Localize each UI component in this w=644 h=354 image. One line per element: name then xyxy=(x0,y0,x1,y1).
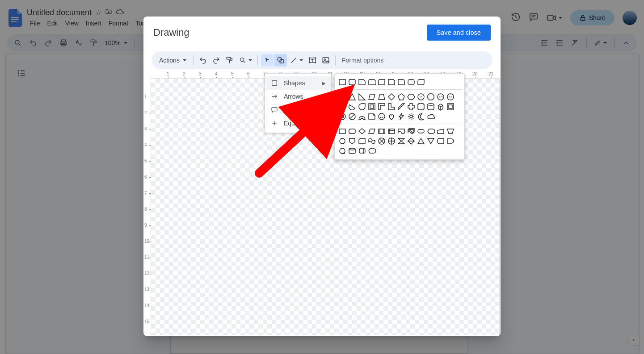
shape-lightning[interactable] xyxy=(397,112,405,121)
shape-round-2[interactable] xyxy=(407,78,415,86)
shape-internal[interactable] xyxy=(387,127,396,135)
shape-seq-store[interactable] xyxy=(338,147,346,155)
shape-diag-stripe[interactable] xyxy=(397,103,405,111)
shape-process[interactable] xyxy=(338,127,346,135)
shape-summing[interactable] xyxy=(378,137,386,145)
shape-round-1[interactable] xyxy=(397,78,405,86)
format-options-button[interactable]: Format options xyxy=(342,57,383,64)
shape-hexagon[interactable] xyxy=(407,93,415,101)
shape-teardrop[interactable] xyxy=(358,103,366,111)
shape-trapezoid[interactable] xyxy=(378,93,386,101)
shape-card[interactable] xyxy=(358,137,366,145)
shape-cross[interactable] xyxy=(407,103,415,111)
shape-cloud[interactable] xyxy=(427,112,435,121)
shape-pentagon[interactable] xyxy=(397,93,405,101)
ruler-tick: 12 xyxy=(144,271,151,276)
shape-off-page[interactable] xyxy=(348,137,356,145)
shape-tool-button[interactable] xyxy=(274,54,287,67)
shape-pie[interactable] xyxy=(338,103,346,111)
menu-item-shapes[interactable]: Shapes ▶ xyxy=(265,76,331,90)
shape-sun[interactable] xyxy=(407,112,415,121)
shape-heart[interactable] xyxy=(387,112,396,121)
shape-l-shape[interactable] xyxy=(387,103,396,111)
select-tool-button[interactable] xyxy=(261,54,274,67)
shape-circle[interactable] xyxy=(338,93,346,101)
paint-format-icon[interactable] xyxy=(223,54,236,67)
shape-half-frame[interactable] xyxy=(378,103,386,111)
shape-multi-doc[interactable] xyxy=(407,127,415,135)
shape-can[interactable] xyxy=(427,103,435,111)
shape-store[interactable] xyxy=(437,137,445,145)
shape-frame[interactable] xyxy=(368,103,376,111)
svg-rect-27 xyxy=(339,79,345,85)
shape-delay[interactable] xyxy=(446,137,455,145)
shape-heptagon[interactable]: 7 xyxy=(417,93,425,101)
shape-predef[interactable] xyxy=(378,127,386,135)
shape-direct[interactable] xyxy=(358,147,366,155)
ruler-tick: 20 xyxy=(472,71,477,76)
actions-menu-button[interactable]: Actions xyxy=(156,54,190,67)
svg-point-45 xyxy=(379,113,385,120)
shape-tape[interactable] xyxy=(368,137,376,145)
shape-data[interactable] xyxy=(368,127,376,135)
image-tool-button[interactable] xyxy=(320,54,332,67)
shape-block-arc[interactable] xyxy=(358,112,366,121)
shape-snip-round[interactable] xyxy=(387,78,396,86)
shape-fold[interactable] xyxy=(368,112,376,121)
shape-chord[interactable] xyxy=(348,103,356,111)
shape-manual-op[interactable] xyxy=(446,127,455,135)
shape-or[interactable] xyxy=(387,137,396,145)
svg-rect-26 xyxy=(272,108,277,111)
line-tool-button[interactable] xyxy=(288,54,305,67)
shape-rt-triangle[interactable] xyxy=(358,93,366,101)
shape-rect[interactable] xyxy=(338,78,346,86)
redo-icon[interactable] xyxy=(210,54,223,67)
menu-item-shapes-label: Shapes xyxy=(284,79,305,87)
shape-plaque[interactable] xyxy=(417,103,425,111)
save-and-close-button[interactable]: Save and close xyxy=(427,25,491,41)
shape-decagon[interactable]: 10 xyxy=(437,93,445,101)
shape-bevel[interactable] xyxy=(446,103,455,111)
shape-snip-1[interactable] xyxy=(358,78,366,86)
shape-terminator[interactable] xyxy=(417,127,425,135)
shape-alt-process[interactable] xyxy=(348,127,356,135)
undo-icon[interactable] xyxy=(197,54,209,67)
menu-item-callouts[interactable]: Call outs xyxy=(265,103,331,117)
shape-document[interactable] xyxy=(397,127,405,135)
shape-connector[interactable] xyxy=(338,137,346,145)
zoom-tool-button[interactable] xyxy=(237,54,254,67)
shape-extract[interactable] xyxy=(417,137,425,145)
shape-magnetic[interactable] xyxy=(348,147,356,155)
shape-parallelogram[interactable] xyxy=(368,93,376,101)
menu-item-arrows[interactable]: Arrows ▶ xyxy=(265,90,331,103)
shape-cube[interactable] xyxy=(437,103,445,111)
svg-text:7: 7 xyxy=(420,95,422,99)
textbox-tool-button[interactable] xyxy=(306,54,319,67)
shape-display[interactable] xyxy=(427,127,435,135)
svg-rect-41 xyxy=(449,105,452,108)
shape-collate[interactable] xyxy=(397,137,405,145)
shape-display2[interactable] xyxy=(368,147,376,155)
svg-point-46 xyxy=(380,116,381,116)
shape-moon[interactable] xyxy=(417,112,425,121)
shape-round-rect[interactable] xyxy=(348,78,356,86)
svg-point-39 xyxy=(428,104,434,105)
svg-rect-50 xyxy=(349,129,355,133)
shape-manual-input[interactable] xyxy=(437,127,445,135)
shape-round-diag[interactable] xyxy=(417,78,425,86)
shape-snip-diag[interactable] xyxy=(378,78,386,86)
shape-no-symbol[interactable] xyxy=(348,112,356,121)
shape-triangle[interactable] xyxy=(348,93,356,101)
shape-diamond[interactable] xyxy=(387,93,396,101)
shape-octagon[interactable] xyxy=(427,93,435,101)
shape-dodecagon[interactable]: 12 xyxy=(446,93,455,101)
shapes-gallery: 71012 xyxy=(334,73,465,160)
shape-snip-2[interactable] xyxy=(368,78,376,86)
shape-decision[interactable] xyxy=(358,127,366,135)
ruler-tick: 5 xyxy=(144,158,151,163)
shape-smiley[interactable] xyxy=(378,112,386,121)
menu-item-equation[interactable]: Equation xyxy=(265,117,331,130)
shape-donut[interactable] xyxy=(338,112,346,121)
shape-sort[interactable] xyxy=(407,137,415,145)
shape-merge[interactable] xyxy=(427,137,435,145)
